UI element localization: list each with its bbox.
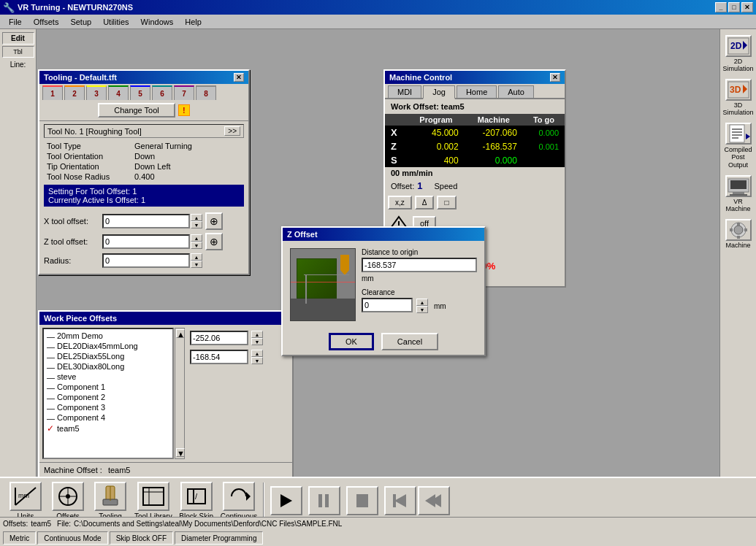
stop-button[interactable] [346, 486, 378, 515]
clearance-down[interactable]: ▼ [416, 306, 428, 313]
2d-sim-label: 2D Simulation [722, 58, 755, 73]
z-coord-down[interactable]: ▼ [251, 357, 263, 364]
list-item[interactable]: — Component 3 [45, 402, 171, 412]
z-offset-input[interactable] [102, 234, 190, 249]
menu-bar: File Offsets Setup Utilities Windows Hel… [0, 15, 756, 29]
left-panel: Edit Tbl Line: [0, 29, 37, 482]
machine-button[interactable]: Machine [722, 219, 755, 250]
menu-windows[interactable]: Windows [135, 16, 180, 28]
back2-button[interactable] [418, 486, 450, 515]
metric-button[interactable]: Metric [3, 531, 36, 545]
file-label: File: [57, 520, 71, 528]
list-item[interactable]: — 20mm Demo [45, 331, 171, 341]
tooling-svg [97, 485, 123, 508]
tooling-close-btn[interactable]: ✕ [234, 73, 244, 82]
list-item[interactable]: — DEL30Diax80Long [45, 361, 171, 372]
diameter-programming-button[interactable]: Diameter Programming [175, 531, 263, 545]
menu-offsets[interactable]: Offsets [28, 16, 65, 28]
scroll-down-btn[interactable]: ▼ [176, 448, 185, 457]
machine-a-btn[interactable]: Δ [415, 196, 435, 209]
offsets-status-label: Offsets: [3, 520, 28, 528]
menu-help[interactable]: Help [179, 16, 207, 28]
2d-simulation-button[interactable]: 2D 2D Simulation [722, 35, 755, 73]
distance-input[interactable] [362, 258, 477, 272]
list-item[interactable]: — Component 1 [45, 382, 171, 392]
tool-tab-6[interactable]: 6 [152, 85, 172, 100]
list-item[interactable]: — DEL25Diax55Long [45, 351, 171, 361]
2d-sim-icon: 2D [725, 35, 752, 57]
list-item-team5[interactable]: ✓ team5 [45, 423, 171, 434]
tab-mdi[interactable]: MDI [388, 85, 421, 98]
z-coord-up[interactable]: ▲ [251, 350, 263, 357]
offsets-button[interactable]: Offsets [50, 482, 86, 520]
z-coord-input[interactable] [190, 350, 248, 364]
tool-tab-2[interactable]: 2 [64, 85, 85, 100]
list-item[interactable]: — steve [45, 372, 171, 382]
x-offset-up[interactable]: ▲ [191, 214, 202, 221]
x-coord-input[interactable] [190, 331, 248, 345]
z-offset-target-btn[interactable]: ⊕ [205, 233, 223, 250]
machine-xz-btn[interactable]: x,z [388, 196, 412, 209]
cancel-button[interactable]: Cancel [381, 333, 438, 350]
vr-machine-button[interactable]: VR Machine [722, 175, 755, 213]
radius-up[interactable]: ▲ [191, 253, 202, 261]
block-skip-button[interactable]: / Block Skip [178, 482, 215, 520]
z-offset-down[interactable]: ▼ [191, 242, 202, 249]
close-button[interactable]: ✕ [741, 2, 753, 12]
machine-extra-btn[interactable]: □ [437, 196, 456, 209]
menu-utilities[interactable]: Utilities [97, 16, 134, 28]
change-tool-button[interactable]: Change Tool [98, 103, 175, 118]
radius-down[interactable]: ▼ [191, 261, 202, 268]
tab-jog[interactable]: Jog [423, 85, 455, 99]
offsets-content: — 20mm Demo — DEL20Diax45mmLong — DEL25D… [39, 325, 292, 462]
3d-simulation-button[interactable]: 3D 3D Simulation [722, 79, 755, 117]
tool-tab-3[interactable]: 3 [86, 85, 107, 100]
radius-input[interactable] [102, 253, 190, 268]
axis-x-row: X 45.000 -207.060 0.000 [385, 126, 565, 139]
tool-tab-4[interactable]: 4 [108, 85, 129, 100]
continuous-mode-button[interactable]: Continuous Mode [37, 531, 107, 545]
tooling-toolbar-button[interactable]: Tooling [92, 482, 129, 520]
x-program-val: 45.000 [408, 126, 464, 139]
list-item[interactable]: — DEL20Diax45mmLong [45, 341, 171, 351]
back-transport [384, 486, 450, 515]
x-offset-input[interactable] [102, 214, 190, 228]
item-name: Component 1 [57, 382, 105, 391]
svg-rect-20 [730, 228, 733, 231]
back-button[interactable] [384, 486, 416, 515]
x-offset-down[interactable]: ▼ [191, 221, 202, 228]
scroll-up-btn[interactable]: ▲ [176, 329, 185, 338]
tool-tab-7[interactable]: 7 [174, 85, 194, 100]
machine-close-btn[interactable]: ✕ [550, 73, 560, 82]
list-item[interactable]: — Component 4 [45, 412, 171, 423]
maximize-button[interactable]: □ [728, 2, 740, 12]
z-offset-up[interactable]: ▲ [191, 234, 202, 242]
pause-button[interactable] [308, 486, 340, 515]
tab-home[interactable]: Home [457, 85, 497, 98]
menu-setup[interactable]: Setup [64, 16, 97, 28]
tab-auto[interactable]: Auto [498, 85, 534, 98]
offsets-list[interactable]: — 20mm Demo — DEL20Diax45mmLong — DEL25D… [42, 328, 174, 459]
tool-tab-5[interactable]: 5 [130, 85, 150, 100]
skip-block-button[interactable]: Skip Block OFF [110, 531, 173, 545]
tool-tab-1[interactable]: 1 [42, 85, 63, 100]
ok-button[interactable]: OK [329, 333, 374, 350]
minimize-button[interactable]: _ [715, 2, 727, 12]
offsets-scrollbar[interactable]: ▲ ▼ [175, 328, 185, 459]
menu-file[interactable]: File [3, 16, 28, 28]
3d-sim-icon: 3D [725, 79, 752, 101]
continuous-button[interactable]: Continuous [221, 482, 258, 520]
clearance-input[interactable] [362, 298, 413, 312]
play-button[interactable] [270, 486, 302, 515]
clearance-up[interactable]: ▲ [416, 299, 428, 306]
x-coord-down[interactable]: ▼ [251, 338, 263, 345]
compiled-post-button[interactable]: Compiled Post Output [722, 123, 755, 169]
x-offset-target-btn[interactable]: ⊕ [205, 212, 223, 230]
x-coord-up[interactable]: ▲ [251, 331, 263, 338]
list-item[interactable]: — Component 2 [45, 392, 171, 402]
block-skip-svg: / [183, 485, 210, 508]
units-button[interactable]: mm Units [7, 482, 44, 520]
tool-tab-8[interactable]: 8 [196, 85, 216, 100]
tool-expand-btn[interactable]: >> [224, 126, 240, 136]
tool-library-button[interactable]: Tool Library [134, 482, 172, 520]
